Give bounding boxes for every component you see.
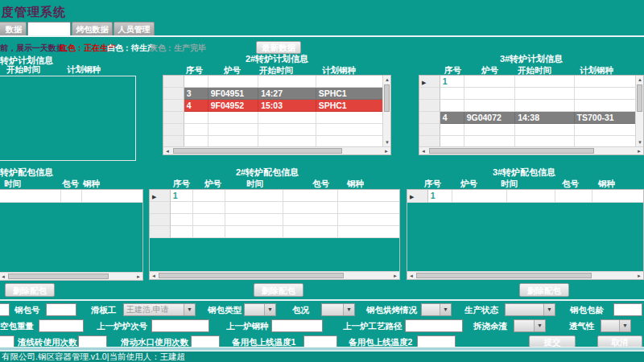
tab-bake-data[interactable]: 烤包数据 bbox=[72, 22, 113, 35]
bake-status-select[interactable]: ▼ bbox=[421, 303, 452, 316]
scroll-right-icon[interactable]: ► bbox=[134, 273, 142, 281]
prev-grade-input[interactable] bbox=[271, 319, 323, 332]
table-empty-area bbox=[407, 203, 643, 271]
table-row[interactable] bbox=[150, 214, 399, 226]
ladle-age-input[interactable] bbox=[613, 303, 642, 316]
scrollbar-thumb[interactable] bbox=[637, 84, 642, 112]
table-row[interactable] bbox=[419, 88, 635, 100]
table-row[interactable] bbox=[150, 202, 399, 214]
scroll-down-icon[interactable]: ▼ bbox=[383, 138, 391, 146]
alloc3-header-ladle: 包号 bbox=[562, 179, 579, 190]
ladle-cond-select[interactable]: ▼ bbox=[321, 303, 355, 316]
scroll-up-icon[interactable]: ▲ bbox=[636, 76, 644, 84]
table-row-finished[interactable]: 4 9G04072 14:38 TS700-31 bbox=[419, 112, 635, 124]
bake-status-label: 钢包烘烤情况 bbox=[366, 305, 417, 316]
ladle-cond-label: 包况 bbox=[292, 305, 309, 316]
scroll-right-icon[interactable]: ► bbox=[391, 272, 399, 280]
alloc3-table: ▶ 1 ◄ ► bbox=[407, 189, 644, 280]
horizontal-scrollbar[interactable]: ◄ ► bbox=[0, 272, 142, 280]
table-row[interactable] bbox=[163, 76, 382, 88]
chevron-down-icon[interactable]: ▼ bbox=[264, 304, 275, 315]
plan1-header-grade: 计划钢种 bbox=[67, 64, 101, 76]
vertical-scrollbar[interactable]: ▲ ▼ bbox=[635, 76, 643, 146]
window-title: 度管理系统 bbox=[2, 5, 66, 20]
alloc3-header-grade: 钢种 bbox=[598, 179, 615, 190]
chevron-down-icon[interactable]: ▼ bbox=[343, 304, 354, 315]
table-row[interactable] bbox=[0, 190, 142, 203]
plan2-title: 2#转炉计划信息 bbox=[221, 53, 333, 65]
empty-weight-input[interactable] bbox=[39, 319, 84, 332]
ladle-type-select[interactable]: ▼ bbox=[244, 303, 276, 316]
scrollbar-thumb[interactable] bbox=[159, 273, 344, 278]
plan3-table: ▶ 1 4 9G04072 14:38 TS700-31 ▲ ▼ ◄ bbox=[419, 75, 644, 155]
chevron-down-icon[interactable]: ▼ bbox=[543, 304, 555, 315]
refresh-data-button[interactable]: 最新数据 bbox=[256, 41, 301, 54]
scrollbar-thumb[interactable] bbox=[384, 84, 390, 112]
slide-worker-label: 滑板工 bbox=[91, 305, 117, 316]
table-row[interactable] bbox=[163, 124, 382, 136]
scrollbar-thumb[interactable] bbox=[8, 274, 109, 279]
scroll-left-icon[interactable]: ◄ bbox=[407, 272, 415, 280]
horizontal-scrollbar[interactable]: ◄ ► bbox=[163, 146, 390, 154]
scrollbar-thumb[interactable] bbox=[429, 148, 594, 154]
tab-dispatch-data[interactable]: 数据 bbox=[0, 22, 27, 35]
table-row[interactable] bbox=[419, 124, 635, 136]
submit-button[interactable]: 提交 bbox=[529, 335, 576, 348]
chevron-down-icon[interactable]: ▼ bbox=[184, 304, 195, 315]
tab-personnel[interactable]: 人员管理 bbox=[114, 22, 155, 35]
alloc1-header-time: 时间 bbox=[4, 179, 21, 190]
table-row[interactable]: ▶ 1 bbox=[150, 190, 399, 202]
row-selector-icon: ▶ bbox=[152, 194, 156, 200]
cut-input[interactable] bbox=[0, 335, 14, 348]
table-row[interactable] bbox=[419, 100, 635, 112]
tab-selected[interactable] bbox=[27, 22, 71, 35]
legend-finished: 灰色：生产完毕 bbox=[150, 43, 206, 54]
residual-slag-label: 拆浇余渣 bbox=[473, 321, 507, 332]
ladle-no-input[interactable] bbox=[46, 303, 76, 316]
prev-route-input[interactable] bbox=[405, 319, 463, 332]
scroll-right-icon[interactable]: ► bbox=[635, 272, 643, 280]
delete-alloc1-button[interactable]: 删除配包 bbox=[5, 283, 55, 297]
table-row-finished[interactable]: 3 9F04951 14:27 SPHC1 bbox=[163, 88, 382, 100]
vertical-scrollbar[interactable]: ▲ ▼ bbox=[382, 76, 390, 146]
table-row[interactable]: ▶ 1 bbox=[419, 76, 635, 88]
plan1-table[interactable] bbox=[0, 76, 136, 161]
prod-status-select[interactable]: ▼ bbox=[505, 303, 555, 316]
scroll-down-icon[interactable]: ▼ bbox=[636, 138, 644, 146]
slide-worker-select[interactable]: 王建浩.申请 ▼ bbox=[123, 303, 196, 316]
alloc1-title: 转炉配包信息 bbox=[0, 167, 53, 179]
scroll-left-icon[interactable]: ◄ bbox=[163, 147, 171, 155]
delete-alloc3-button[interactable]: 删除配包 bbox=[519, 283, 569, 297]
table-row-producing[interactable]: 4 9F04952 15:03 SPHC1 bbox=[163, 100, 382, 112]
delete-alloc2-button[interactable]: 删除配包 bbox=[254, 283, 303, 297]
scroll-up-icon[interactable]: ▲ bbox=[383, 76, 391, 84]
alloc2-table: ▶ 1 ◄ ► bbox=[149, 189, 400, 280]
scroll-left-icon[interactable]: ◄ bbox=[0, 273, 7, 281]
scroll-left-icon[interactable]: ◄ bbox=[419, 147, 427, 155]
table-row[interactable] bbox=[150, 226, 399, 238]
table-row[interactable] bbox=[163, 112, 382, 124]
horizontal-scrollbar[interactable]: ◄ ► bbox=[407, 271, 643, 279]
table-row[interactable]: ▶ 1 bbox=[407, 190, 643, 203]
status-bar: 有限公司.钢区容器管理.v1.0|当前使用人：王建超 bbox=[0, 352, 644, 362]
scroll-right-icon[interactable]: ► bbox=[382, 147, 390, 155]
permeability-select[interactable]: ▼ bbox=[601, 319, 631, 332]
scroll-right-icon[interactable]: ► bbox=[635, 147, 643, 155]
cancel-button[interactable]: 取消 bbox=[597, 335, 642, 348]
chevron-down-icon[interactable]: ▼ bbox=[440, 304, 451, 315]
cut-input[interactable] bbox=[0, 303, 10, 316]
nozzle-count-input[interactable] bbox=[191, 335, 220, 348]
residual-slag-select[interactable]: ▼ bbox=[514, 319, 546, 332]
horizontal-scrollbar[interactable]: ◄ ► bbox=[150, 271, 399, 279]
chevron-down-icon[interactable]: ▼ bbox=[619, 320, 630, 331]
backup-temp1-input[interactable] bbox=[303, 335, 337, 348]
prev-heat-no-input[interactable] bbox=[151, 319, 209, 332]
slagline-count-input[interactable] bbox=[78, 335, 107, 348]
horizontal-scrollbar[interactable]: ◄ ► bbox=[419, 146, 643, 154]
scroll-left-icon[interactable]: ◄ bbox=[150, 272, 158, 280]
scrollbar-thumb[interactable] bbox=[416, 273, 592, 278]
alloc3-title: 3#转炉配包信息 bbox=[464, 167, 584, 179]
scrollbar-thumb[interactable] bbox=[173, 148, 342, 154]
chevron-down-icon[interactable]: ▼ bbox=[534, 320, 545, 331]
backup-temp2-input[interactable] bbox=[417, 335, 456, 348]
